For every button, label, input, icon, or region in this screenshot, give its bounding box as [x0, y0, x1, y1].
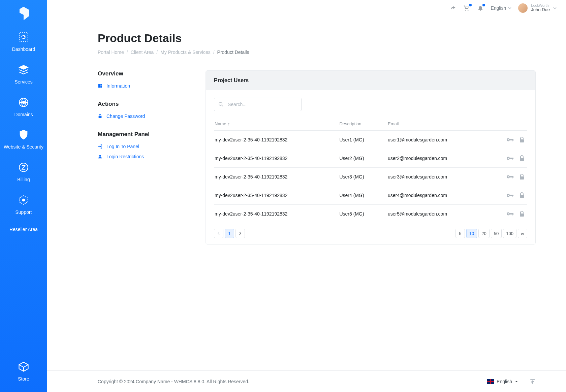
lock-icon[interactable] [519, 192, 525, 198]
sidebar-item-dashboard[interactable]: Dashboard [0, 31, 47, 52]
info-icon [98, 84, 102, 88]
arrow-up-icon [530, 379, 536, 385]
col-description[interactable]: Description [337, 117, 385, 131]
key-icon[interactable] [506, 174, 514, 179]
svg-rect-29 [509, 176, 513, 177]
svg-rect-11 [100, 86, 102, 88]
nav-information[interactable]: Information [98, 83, 192, 89]
page-prev[interactable] [214, 229, 223, 238]
chevron-left-icon [217, 232, 220, 235]
svg-rect-9 [98, 84, 100, 88]
svg-point-34 [508, 195, 509, 196]
svg-point-40 [508, 213, 509, 215]
search-icon [218, 101, 224, 107]
svg-rect-30 [512, 176, 513, 178]
section-title-actions: Actions [98, 101, 192, 107]
nav-label: Log In To Panel [106, 144, 139, 149]
dashboard-icon [18, 31, 30, 43]
topbar: English LockWorth John Doe [47, 0, 566, 16]
lock-icon[interactable] [519, 155, 525, 161]
page-next[interactable] [235, 229, 245, 238]
cell-name: my-dev2user-2-35-40-1192192832 [214, 168, 337, 186]
sidebar-item-services[interactable]: Services [0, 64, 47, 85]
key-icon[interactable] [506, 211, 514, 217]
page-size-100[interactable]: 100 [503, 229, 516, 238]
svg-rect-1 [22, 36, 25, 38]
sidebar-item-website-security[interactable]: Website & Security [0, 129, 47, 150]
language-selector[interactable]: English [491, 5, 511, 11]
svg-rect-43 [513, 213, 513, 215]
cell-name: my-dev2user-2-35-40-1192192832 [214, 205, 337, 223]
key-icon[interactable] [506, 137, 514, 142]
nav-label: Login Restrictions [106, 154, 144, 159]
page-1[interactable]: 1 [225, 229, 234, 238]
sort-asc-icon: ↑ [228, 121, 230, 126]
svg-rect-24 [512, 158, 513, 160]
key-icon[interactable] [506, 193, 514, 198]
footer-language-selector[interactable]: English [487, 379, 518, 384]
sidebar-item-billing[interactable]: Billing [0, 161, 47, 183]
breadcrumb-item[interactable]: My Products & Services [160, 50, 211, 55]
nav-change-password[interactable]: Change Password [98, 113, 192, 119]
page-size-∞[interactable]: ∞ [518, 229, 527, 238]
table-row: my-dev2user-2-35-40-1192192832User3 (MG)… [214, 168, 527, 186]
cell-name: my-dev2user-2-35-40-1192192832 [214, 186, 337, 205]
lock-icon [98, 114, 102, 119]
svg-rect-10 [100, 84, 102, 86]
page-size-20[interactable]: 20 [478, 229, 489, 238]
svg-rect-36 [512, 195, 513, 197]
sidebar-item-label: Dashboard [12, 46, 35, 52]
login-icon [98, 144, 102, 149]
scroll-to-top[interactable] [530, 379, 536, 385]
user-menu[interactable]: LockWorth John Doe [518, 3, 557, 13]
search-box [214, 98, 302, 111]
chevron-down-icon [553, 6, 557, 10]
sidebar-item-reseller[interactable]: Reseller Area [0, 227, 47, 232]
page-size-10[interactable]: 10 [466, 229, 477, 238]
avatar [518, 3, 528, 13]
sidebar-item-support[interactable]: Support [0, 194, 47, 215]
lock-icon[interactable] [519, 174, 525, 180]
table-row: my-dev2user-2-35-40-1192192832User2 (MG)… [214, 149, 527, 168]
logo[interactable] [17, 6, 30, 21]
section-title-mgmt: Management Panel [98, 131, 192, 138]
svg-point-7 [466, 10, 467, 11]
share-icon[interactable] [449, 5, 456, 11]
page-size-5[interactable]: 5 [455, 229, 465, 238]
breadcrumb-item[interactable]: Client Area [131, 50, 154, 55]
nav-login-restrictions[interactable]: Login Restrictions [98, 154, 192, 159]
sidebar-item-label: Reseller Area [9, 227, 38, 232]
uk-flag-icon [487, 379, 494, 384]
billing-icon [18, 161, 30, 173]
col-email[interactable]: Email [385, 117, 489, 131]
svg-rect-23 [509, 158, 513, 159]
breadcrumb-item[interactable]: Portal Home [98, 50, 124, 55]
bell-icon[interactable] [477, 5, 484, 11]
search-input[interactable] [214, 98, 302, 111]
svg-point-4 [22, 101, 25, 103]
sidebar: Dashboard Services Domains Website & Sec… [0, 0, 47, 392]
svg-rect-41 [509, 213, 513, 215]
svg-rect-32 [520, 176, 524, 179]
page-title: Product Details [98, 32, 536, 45]
logo-icon [17, 6, 30, 21]
support-icon [18, 194, 30, 206]
sidebar-item-domains[interactable]: Domains [0, 96, 47, 118]
side-nav: Overview Information Actions Change Pass… [98, 70, 192, 171]
lock-icon[interactable] [519, 211, 525, 217]
lock-icon[interactable] [519, 137, 525, 143]
svg-rect-31 [513, 176, 513, 178]
key-icon[interactable] [506, 156, 514, 161]
table-row: my-dev2user-2-35-40-1192192832User1 (MG)… [214, 131, 527, 149]
sidebar-item-store[interactable]: Store [0, 361, 47, 382]
page-size-50[interactable]: 50 [491, 229, 502, 238]
table-row: my-dev2user-2-35-40-1192192832User4 (MG)… [214, 186, 527, 205]
chevron-down-icon [508, 6, 511, 10]
cell-email: user3@modulesgarden.com [385, 168, 489, 186]
breadcrumb: Portal Home/ Client Area/ My Products & … [98, 50, 536, 55]
cart-icon[interactable] [463, 5, 470, 11]
svg-rect-35 [509, 195, 513, 196]
nav-login-panel[interactable]: Log In To Panel [98, 144, 192, 149]
nav-label: Change Password [106, 113, 145, 119]
col-name[interactable]: Name↑ [214, 117, 337, 131]
